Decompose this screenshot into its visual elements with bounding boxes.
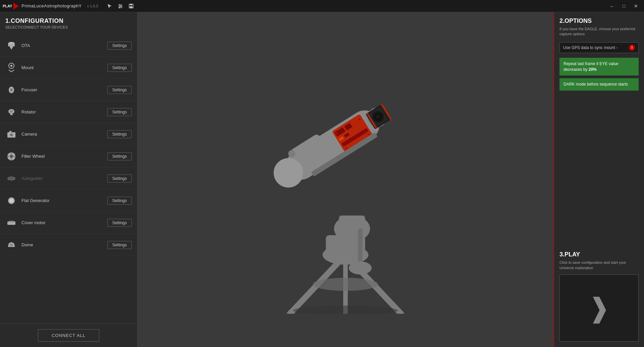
device-name-autoguider: Autoguider bbox=[21, 176, 103, 181]
play-section: 3.PLAY Click to save configuration and s… bbox=[559, 251, 639, 342]
settings-button-ota[interactable]: Settings bbox=[107, 42, 132, 50]
svg-point-22 bbox=[10, 134, 12, 136]
maximize-button[interactable]: □ bbox=[619, 1, 629, 11]
svg-point-36 bbox=[9, 244, 13, 246]
play-title: 3.PLAY bbox=[559, 251, 639, 258]
device-name-focuser: Focuser bbox=[21, 87, 103, 92]
settings-button-autoguider[interactable]: Settings bbox=[107, 175, 132, 183]
gps-select[interactable]: Use GPS data to sync mount - 0 bbox=[559, 42, 639, 53]
save-icon[interactable] bbox=[128, 3, 135, 9]
play-desc: Click to save configuration and start yo… bbox=[559, 260, 639, 270]
left-panel: 1.CONFIGURATION SELECT/CONNECT YOUR DEVI… bbox=[0, 12, 138, 347]
svg-rect-23 bbox=[9, 131, 11, 133]
panel-subtitle: SELECT/CONNECT YOUR DEVICES bbox=[5, 25, 132, 29]
svg-point-27 bbox=[10, 158, 12, 160]
minimize-button[interactable]: – bbox=[606, 1, 617, 11]
dark-mode-button[interactable]: DARK mode before sequence starts bbox=[559, 78, 639, 91]
play-arrow-icon: ❱ bbox=[588, 295, 610, 321]
device-name-flatgenerator: Flat Generator bbox=[21, 198, 103, 203]
device-row-filterwheel: Filter Wheel Settings bbox=[0, 145, 137, 167]
svg-rect-10 bbox=[8, 44, 15, 46]
dome-icon bbox=[5, 239, 17, 251]
play-button[interactable]: ❱ bbox=[559, 275, 639, 342]
svg-point-4 bbox=[120, 5, 122, 7]
svg-marker-11 bbox=[9, 46, 13, 50]
autoguider-icon bbox=[5, 172, 17, 185]
svg-point-13 bbox=[10, 65, 12, 67]
ota-icon bbox=[5, 40, 17, 52]
svg-rect-19 bbox=[10, 114, 13, 115]
close-button[interactable]: ✕ bbox=[631, 1, 641, 11]
camera-icon bbox=[5, 128, 17, 140]
svg-point-40 bbox=[313, 278, 378, 291]
options-desc: If you have the EAGLE, choose your prefe… bbox=[559, 27, 639, 37]
device-row-covermotor: Cover motor Settings bbox=[0, 212, 137, 234]
svg-point-3 bbox=[119, 4, 120, 5]
main-container: 1.CONFIGURATION SELECT/CONNECT YOUR DEVI… bbox=[0, 12, 644, 347]
panel-title: 1.CONFIGURATION bbox=[5, 17, 132, 24]
settings-button-flatgenerator[interactable]: Settings bbox=[107, 197, 132, 205]
device-row-mount: Mount Settings bbox=[0, 57, 137, 79]
rotator-icon bbox=[5, 106, 17, 118]
window-controls: – □ ✕ bbox=[606, 1, 641, 11]
svg-point-26 bbox=[10, 152, 12, 154]
device-name-camera: Camera bbox=[21, 132, 103, 137]
device-name-dome: Dome bbox=[21, 242, 103, 247]
svg-point-33 bbox=[9, 199, 13, 203]
center-panel bbox=[138, 12, 553, 347]
settings-button-covermotor[interactable]: Settings bbox=[107, 219, 132, 227]
gps-badge: 0 bbox=[629, 45, 635, 51]
flat-generator-icon bbox=[5, 195, 17, 207]
gps-label: Use GPS data to sync mount - bbox=[563, 45, 618, 50]
app-logo: PLAY bbox=[3, 3, 19, 9]
svg-point-46 bbox=[349, 261, 372, 275]
connect-all-button[interactable]: CONNECT ALL bbox=[38, 329, 99, 342]
device-row-flatgenerator: Flat Generator Settings bbox=[0, 190, 137, 212]
svg-point-16 bbox=[11, 89, 12, 91]
title-bar-left: PLAY PrimaLuceAstrophotographY v 1.6.0 bbox=[3, 3, 135, 9]
repeat-frame-value: 20% bbox=[589, 67, 597, 72]
filter-wheel-icon bbox=[5, 150, 17, 162]
device-row-dome: Dome Settings bbox=[0, 234, 137, 256]
device-list: OTA Settings Mount Settings Focuser Sett… bbox=[0, 32, 137, 324]
svg-point-31 bbox=[9, 177, 14, 180]
svg-rect-35 bbox=[9, 221, 14, 222]
svg-point-18 bbox=[10, 110, 13, 113]
options-title: 2.OPTIONS bbox=[559, 17, 639, 24]
toolbar-icons bbox=[106, 3, 135, 9]
title-bar: PLAY PrimaLuceAstrophotographY v 1.6.0 bbox=[0, 0, 644, 12]
logo-triangle-icon bbox=[13, 3, 19, 9]
app-name: PrimaLuceAstrophotographY bbox=[21, 3, 82, 8]
device-name-covermotor: Cover motor bbox=[21, 220, 103, 225]
svg-point-29 bbox=[13, 155, 15, 157]
device-name-rotator: Rotator bbox=[21, 109, 103, 114]
device-row-focuser: Focuser Settings bbox=[0, 79, 137, 101]
app-prefix: PLAY bbox=[3, 4, 12, 8]
repeat-frame-button[interactable]: Repeat last frame if EYE value decreases… bbox=[559, 58, 639, 76]
cursor-icon[interactable] bbox=[106, 3, 113, 9]
device-row-camera: Camera Settings bbox=[0, 123, 137, 145]
svg-rect-7 bbox=[130, 4, 132, 5]
right-panel: 2.OPTIONS If you have the EAGLE, choose … bbox=[553, 12, 644, 347]
settings-button-camera[interactable]: Settings bbox=[107, 130, 132, 138]
settings-button-dome[interactable]: Settings bbox=[107, 241, 132, 249]
device-name-mount: Mount bbox=[21, 65, 103, 70]
settings-button-rotator[interactable]: Settings bbox=[107, 108, 132, 116]
svg-point-25 bbox=[10, 155, 13, 158]
mount-icon bbox=[5, 62, 17, 74]
device-row-ota: OTA Settings bbox=[0, 35, 137, 57]
device-row-rotator: Rotator Settings bbox=[0, 101, 137, 123]
svg-point-70 bbox=[293, 306, 398, 314]
panel-header: 1.CONFIGURATION SELECT/CONNECT YOUR DEVI… bbox=[0, 12, 137, 32]
sliders-icon[interactable] bbox=[117, 3, 124, 9]
settings-button-mount[interactable]: Settings bbox=[107, 64, 132, 72]
settings-button-focuser[interactable]: Settings bbox=[107, 86, 132, 94]
connect-all-area: CONNECT ALL bbox=[0, 324, 137, 347]
settings-button-filterwheel[interactable]: Settings bbox=[107, 152, 132, 160]
device-name-filterwheel: Filter Wheel bbox=[21, 154, 103, 159]
telescope-image bbox=[228, 45, 463, 314]
svg-rect-8 bbox=[130, 6, 132, 8]
svg-point-5 bbox=[119, 7, 120, 8]
focuser-icon bbox=[5, 84, 17, 96]
device-name-ota: OTA bbox=[21, 43, 103, 48]
